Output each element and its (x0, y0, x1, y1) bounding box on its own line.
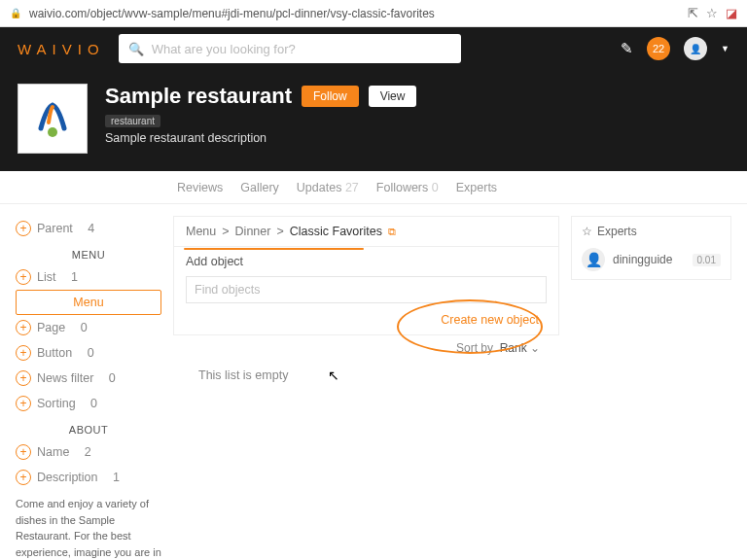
sidebar: +Parent 4 MENU +List 1 Menu +Page 0 +But… (16, 216, 161, 560)
breadcrumb-dinner[interactable]: Dinner (235, 225, 271, 238)
sidebar-item-newsfilter[interactable]: +News filter 0 (16, 366, 161, 391)
notification-badge[interactable]: 22 (647, 37, 670, 60)
page-description: Sample restaurant description (105, 131, 729, 145)
expert-row[interactable]: 👤 diningguide 0.01 (582, 248, 721, 271)
search-icon: 🔍 (128, 42, 144, 56)
compose-icon[interactable]: ✎ (621, 40, 633, 57)
expert-score: 0.01 (693, 254, 721, 266)
profile-hero: Sample restaurant Follow View restaurant… (0, 70, 747, 171)
star-icon[interactable]: ☆ (706, 6, 718, 20)
plus-icon: + (16, 320, 31, 335)
sidebar-item-description[interactable]: +Description 1 (16, 465, 161, 490)
star-icon: ☆ (582, 225, 592, 238)
chevron-down-icon: ⌄ (530, 341, 540, 355)
user-avatar[interactable]: 👤 (684, 37, 707, 60)
expert-avatar: 👤 (582, 248, 605, 271)
experts-panel: ☆Experts 👤 diningguide 0.01 (571, 216, 731, 560)
plus-icon: + (16, 221, 31, 236)
create-new-object-link[interactable]: Create new object (174, 313, 558, 334)
sidebar-item-sorting[interactable]: +Sorting 0 (16, 391, 161, 416)
waivio-logo[interactable]: WAIVIO (18, 41, 105, 57)
plus-icon: + (16, 269, 31, 285)
breadcrumb-menu[interactable]: Menu (186, 225, 216, 238)
sidebar-description-text: Come and enjoy a variety of dishes in th… (16, 496, 161, 560)
follow-button[interactable]: Follow (302, 86, 359, 107)
sidebar-item-menu-active[interactable]: Menu (16, 290, 161, 315)
open-external-icon[interactable]: ⇱ (688, 6, 698, 20)
tab-reviews[interactable]: Reviews (177, 181, 223, 194)
add-object-label: Add object (174, 247, 558, 276)
sidebar-item-list[interactable]: +List 1 (16, 264, 161, 290)
svg-point-0 (48, 127, 57, 137)
url-text: waivio.com/object/wvw-sample/menu#jdi-me… (29, 7, 680, 20)
tab-updates[interactable]: Updates 27 (297, 181, 359, 194)
sidebar-heading-menu: MENU (16, 241, 161, 264)
expert-name: diningguide (613, 253, 685, 266)
search-box[interactable]: 🔍 (119, 34, 461, 63)
page-title: Sample restaurant (105, 84, 292, 109)
external-link-icon[interactable]: ⧉ (388, 226, 396, 238)
add-object-box: Add object Create new object (173, 247, 559, 335)
sidebar-item-name[interactable]: +Name 2 (16, 439, 161, 465)
find-objects-input[interactable] (186, 276, 547, 303)
empty-state-text: This list is empty (173, 361, 559, 390)
tab-experts[interactable]: Experts (456, 181, 497, 194)
sort-control[interactable]: Sort by Rank ⌄ (173, 335, 559, 361)
plus-icon: + (16, 370, 31, 386)
sidebar-item-page[interactable]: +Page 0 (16, 315, 161, 340)
content-tabs: Reviews Gallery Updates 27 Followers 0 E… (0, 171, 747, 204)
view-button[interactable]: View (369, 86, 417, 107)
sidebar-item-parent[interactable]: +Parent 4 (16, 216, 161, 241)
extension-icon[interactable]: ◪ (726, 6, 737, 20)
breadcrumb-current: Classic Favorites (290, 225, 382, 238)
restaurant-logo (18, 84, 88, 154)
browser-address-bar: 🔒 waivio.com/object/wvw-sample/menu#jdi-… (0, 0, 747, 27)
search-input[interactable] (152, 42, 451, 56)
sidebar-heading-about: ABOUT (16, 416, 161, 439)
app-topbar: WAIVIO 🔍 ✎ 22 👤 ▼ (0, 27, 747, 70)
breadcrumb: Menu > Dinner > Classic Favorites ⧉ (173, 216, 559, 247)
sidebar-item-button[interactable]: +Button 0 (16, 340, 161, 366)
main-content: Menu > Dinner > Classic Favorites ⧉ Add … (173, 216, 559, 560)
category-tag: restaurant (105, 115, 160, 127)
plus-icon: + (16, 396, 31, 411)
plus-icon: + (16, 345, 31, 361)
tab-followers[interactable]: Followers 0 (376, 181, 439, 194)
plus-icon: + (16, 470, 31, 485)
plus-icon: + (16, 444, 31, 460)
tab-gallery[interactable]: Gallery (240, 181, 279, 194)
chevron-down-icon[interactable]: ▼ (721, 44, 729, 53)
lock-icon: 🔒 (10, 8, 21, 18)
experts-heading: ☆Experts (582, 225, 721, 238)
